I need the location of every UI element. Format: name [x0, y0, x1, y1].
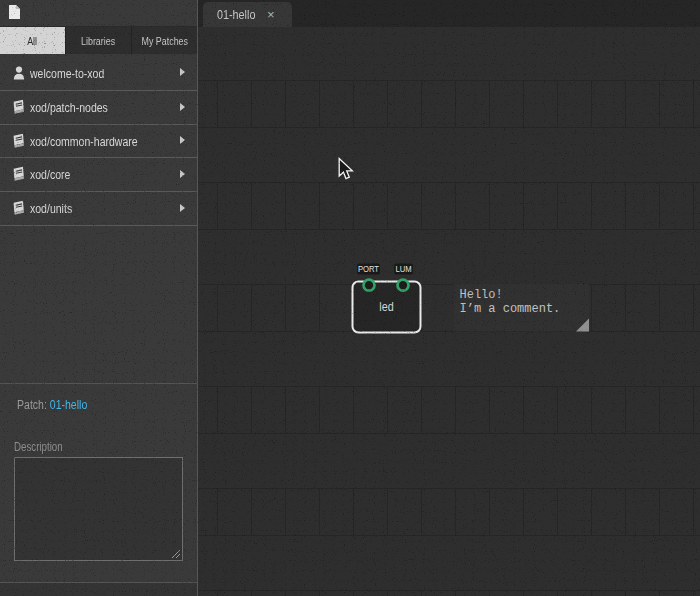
svg-text:I’m a comment.: I’m a comment. — [460, 302, 561, 316]
svg-text:PORT: PORT — [358, 263, 379, 274]
svg-text:Hello!: Hello! — [460, 288, 503, 302]
svg-text:LUM: LUM — [395, 263, 411, 274]
svg-text:led: led — [379, 299, 393, 314]
